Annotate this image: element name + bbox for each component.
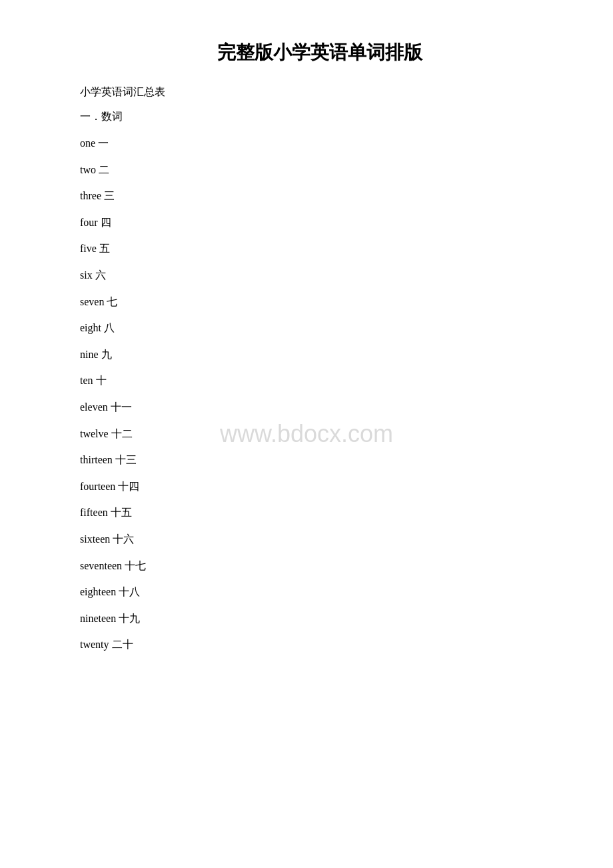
words-list: one 一two 二three 三four 四five 五six 六seven …: [80, 135, 560, 653]
section-header: 一．数词: [80, 110, 560, 124]
list-item: two 二: [80, 161, 560, 179]
list-item: thirteen 十三: [80, 451, 560, 469]
list-item: eight 八: [80, 319, 560, 337]
list-item: fourteen 十四: [80, 478, 560, 495]
list-item: eleven 十一: [80, 399, 560, 416]
list-item: twelve 十二: [80, 425, 560, 443]
list-item: fifteen 十五: [80, 504, 560, 521]
list-item: four 四: [80, 214, 560, 231]
list-item: sixteen 十六: [80, 531, 560, 548]
page-container: 完整版小学英语单词排版 小学英语词汇总表 一．数词 one 一two 二thre…: [0, 0, 613, 868]
list-item: seven 七: [80, 293, 560, 311]
list-item: nineteen 十九: [80, 610, 560, 627]
list-item: ten 十: [80, 372, 560, 389]
list-item: nine 九: [80, 346, 560, 363]
list-item: twenty 二十: [80, 636, 560, 653]
subtitle: 小学英语词汇总表: [80, 85, 560, 99]
page-title: 完整版小学英语单词排版: [80, 40, 560, 65]
list-item: seventeen 十七: [80, 557, 560, 575]
list-item: five 五: [80, 240, 560, 257]
list-item: six 六: [80, 267, 560, 284]
list-item: one 一: [80, 135, 560, 152]
list-item: eighteen 十八: [80, 583, 560, 601]
list-item: three 三: [80, 187, 560, 205]
